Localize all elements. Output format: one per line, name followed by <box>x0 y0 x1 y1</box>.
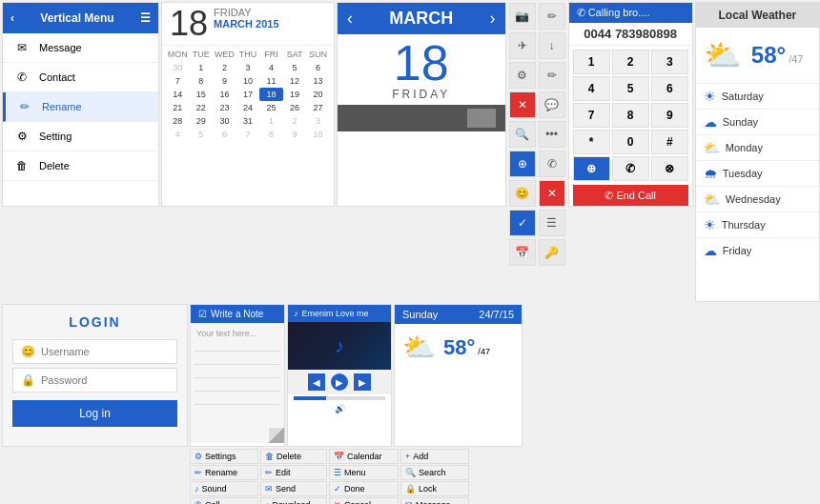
vm-item-delete[interactable]: 🗑 Delete <box>3 151 158 181</box>
username-input[interactable] <box>41 346 169 357</box>
action-search[interactable]: 🔍Search <box>400 465 469 480</box>
icon-send[interactable]: ✈ <box>509 32 536 59</box>
cal-row-3: 14 15 16 17 18 19 20 <box>166 88 330 101</box>
icon-download[interactable]: ↓ <box>539 32 565 59</box>
weather-icon: ⛅ <box>402 332 436 363</box>
vm-back-btn[interactable]: ‹ <box>10 11 14 25</box>
lw-day-saturday: ☀ Saturday <box>696 83 819 109</box>
action-sound[interactable]: ♪Sound <box>190 481 258 496</box>
action-add[interactable]: +Add <box>400 449 469 464</box>
action-done[interactable]: ✓Done <box>329 481 399 496</box>
icon-list[interactable]: ☰ <box>539 210 565 236</box>
message-icon: ✉ <box>14 40 30 55</box>
dial-7[interactable]: 7 <box>573 103 610 128</box>
lw-day-sunday: ☁ Sunday <box>696 109 819 134</box>
weather-date-label: 24/7/15 <box>479 309 514 320</box>
action-calendar[interactable]: 📅Calendar <box>329 449 399 464</box>
login-title: LOGIN <box>3 305 187 335</box>
action-settings[interactable]: ⚙Settings <box>190 449 258 464</box>
action-cancel[interactable]: ✕Cancel <box>329 497 399 504</box>
music-prev-btn[interactable]: ◀ <box>308 373 325 391</box>
icon-pencil[interactable]: ✏ <box>539 3 565 30</box>
vm-item-contact[interactable]: ✆ Contact <box>3 63 158 92</box>
march-big-num: 18 <box>338 38 505 88</box>
dial-hash[interactable]: # <box>651 130 688 154</box>
dial-9[interactable]: 9 <box>651 103 688 128</box>
action-lock[interactable]: 🔒Lock <box>400 481 469 496</box>
action-buttons-row: ⚙Settings ✏Rename ♪Sound ✆Call 🗑Delete ✏… <box>190 449 523 504</box>
dial-backspace[interactable]: ⊗ <box>651 156 688 181</box>
note-icon: ☑ <box>198 309 207 319</box>
note-header: ☑ Write a Note <box>191 305 284 323</box>
vm-item-setting[interactable]: ⚙ Setting <box>3 122 158 151</box>
action-send[interactable]: ✉Send <box>260 481 327 496</box>
weather-day-label: Sunday <box>402 309 438 320</box>
note-body: Your text here... <box>191 323 284 443</box>
music-header: ♪ Emenim Love me <box>288 305 391 322</box>
music-controls: ◀ ▶ ▶ <box>288 370 391 394</box>
dial-plus[interactable]: ⊕ <box>573 156 610 181</box>
icon-phone[interactable]: ✆ <box>539 151 565 177</box>
action-rename[interactable]: ✏Rename <box>190 465 258 480</box>
action-col-3: 📅Calendar ☰Menu ✓Done ✕Cancel <box>329 449 399 504</box>
icon-search[interactable]: 🔍 <box>509 121 536 148</box>
password-input[interactable] <box>41 374 169 386</box>
march-prev-btn[interactable]: ‹ <box>347 9 353 29</box>
march-next-btn[interactable]: › <box>490 9 496 29</box>
end-call-button[interactable]: ✆ End Call <box>573 185 688 207</box>
dial-2[interactable]: 2 <box>612 50 649 74</box>
calendar-small-panel: 18 FRIDAY MARCH 2015 MON TUE WED THU FRI… <box>161 2 335 207</box>
icon-close2[interactable]: ✕ <box>539 180 565 207</box>
icon-cal2[interactable]: 📅 <box>509 239 536 266</box>
march-title: MARCH <box>389 9 453 29</box>
icon-grid-top: 📷 ✏ ✈ ↓ ⚙ ✏ ✕ 💬 🔍 ••• ⊕ ✆ 😊 ✕ ✓ ☰ 📅 🔑 <box>508 2 566 267</box>
action-call[interactable]: ✆Call <box>190 497 258 504</box>
contact-icon: ✆ <box>14 70 30 85</box>
icon-grid-panel: 📷 ✏ ✈ ↓ ⚙ ✏ ✕ 💬 🔍 ••• ⊕ ✆ 😊 ✕ ✓ ☰ 📅 🔑 <box>508 2 566 302</box>
login-btn-label: Log in <box>79 407 111 420</box>
vm-label-rename: Rename <box>42 101 82 112</box>
dial-1[interactable]: 1 <box>573 50 610 74</box>
icon-key[interactable]: 🔑 <box>539 239 565 266</box>
music-play-btn[interactable]: ▶ <box>331 373 348 391</box>
setting-icon: ⚙ <box>14 129 30 144</box>
login-button[interactable]: Log in <box>12 400 177 427</box>
lw-day-thursday: ☀ Thursday <box>696 212 819 237</box>
action-delete[interactable]: 🗑Delete <box>260 449 327 464</box>
action-edit[interactable]: ✏Edit <box>260 465 327 480</box>
icon-edit[interactable]: ✏ <box>539 62 565 89</box>
music-next-btn[interactable]: ▶ <box>354 373 371 391</box>
dial-6[interactable]: 6 <box>651 76 688 101</box>
icon-add[interactable]: ⊕ <box>509 151 536 177</box>
icon-smiley[interactable]: 😊 <box>509 180 536 207</box>
cal-grid-header: MON TUE WED THU FRI SAT SUN <box>166 48 330 61</box>
action-message[interactable]: ✉Message <box>400 497 469 504</box>
vm-menu-icon[interactable]: ☰ <box>140 11 151 25</box>
dial-0[interactable]: 0 <box>612 130 649 154</box>
vm-item-rename[interactable]: ✏ Rename <box>3 92 158 122</box>
dial-5[interactable]: 5 <box>612 76 649 101</box>
dial-3[interactable]: 3 <box>651 50 688 74</box>
icon-camera[interactable]: 📷 <box>509 3 536 30</box>
password-field-container: 🔒 <box>12 368 177 393</box>
action-col-1: ⚙Settings ✏Rename ♪Sound ✆Call <box>190 449 258 504</box>
dial-star[interactable]: * <box>573 130 610 154</box>
lw-main: ⛅ 58° /47 <box>696 28 819 83</box>
icon-more[interactable]: ••• <box>539 121 565 148</box>
icon-close[interactable]: ✕ <box>509 91 536 118</box>
icon-settings[interactable]: ⚙ <box>509 62 536 89</box>
dial-8[interactable]: 8 <box>612 103 649 128</box>
vm-item-message[interactable]: ✉ Message <box>3 33 158 63</box>
icon-check[interactable]: ✓ <box>509 210 536 236</box>
dial-4[interactable]: 4 <box>573 76 610 101</box>
icon-chat[interactable]: 💬 <box>539 91 565 118</box>
march-big-date: 18 FRIDAY <box>338 34 505 105</box>
mid-top-row: ☑ Write a Note Your text here... ♪ E <box>190 304 523 447</box>
action-menu[interactable]: ☰Menu <box>329 465 399 480</box>
action-download[interactable]: ↓Download <box>260 497 327 504</box>
vm-label-delete: Delete <box>39 160 70 171</box>
cal-month-year: MARCH 2015 <box>214 18 278 30</box>
dial-phone[interactable]: ✆ <box>612 156 649 181</box>
lw-day-friday: ☁ Friday <box>696 237 819 263</box>
cal-row-6: 4 5 6 7 8 9 10 <box>166 128 330 141</box>
